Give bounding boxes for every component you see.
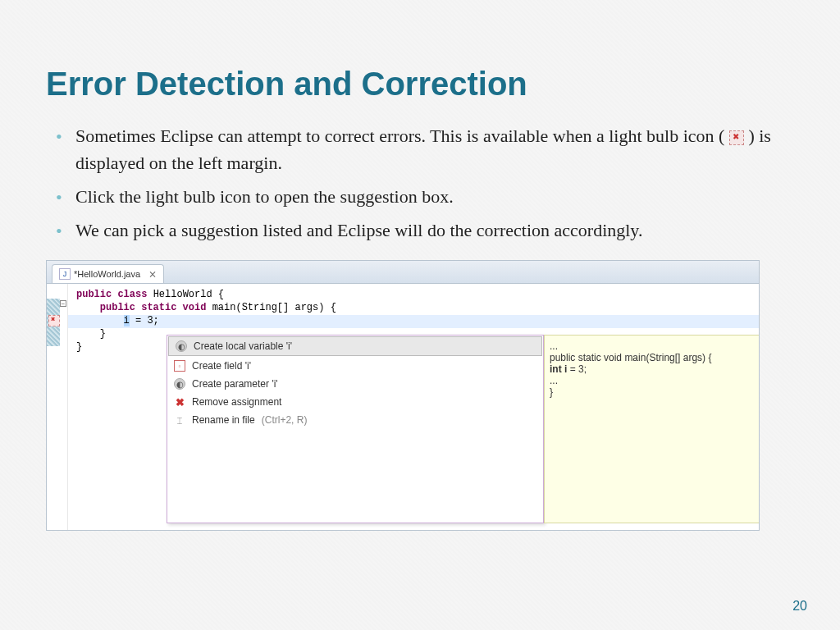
parameter-icon: ◐ bbox=[174, 378, 185, 390]
eclipse-editor: J *HelloWorld.java ⨯ − public class Hell… bbox=[46, 260, 760, 531]
field-icon: ▫ bbox=[174, 360, 185, 372]
quickfix-label: Create parameter 'i' bbox=[192, 378, 278, 390]
bullet-item: Sometimes Eclipse can attempt to correct… bbox=[75, 122, 794, 176]
quickfix-shortcut: (Ctrl+2, R) bbox=[262, 414, 308, 426]
editor-body: − public class HelloWorld { public stati… bbox=[47, 284, 759, 530]
quickfix-item[interactable]: ◐ Create parameter 'i' bbox=[167, 375, 543, 393]
bullet-item: Click the light bulb icon to open the su… bbox=[75, 183, 794, 210]
quickfix-label: Create local variable 'i' bbox=[194, 340, 292, 352]
quickfix-label: Rename in file bbox=[192, 414, 255, 426]
local-var-icon: ◐ bbox=[176, 340, 187, 352]
quickfix-label: Create field 'i' bbox=[192, 360, 251, 372]
bullet-list: Sometimes Eclipse can attempt to correct… bbox=[46, 122, 794, 244]
code-line: public class HelloWorld { bbox=[76, 289, 759, 302]
quickfix-preview: ... public static void main(String[] arg… bbox=[544, 335, 760, 523]
quickfix-label: Remove assignment bbox=[192, 396, 281, 408]
quickfix-item[interactable]: ⌶ Rename in file (Ctrl+2, R) bbox=[167, 411, 543, 429]
code-line-highlighted: i = 3; bbox=[68, 315, 760, 328]
editor-gutter: − bbox=[47, 284, 68, 530]
slide: Error Detection and Correction Sometimes… bbox=[0, 0, 840, 630]
editor-tabbar: J *HelloWorld.java ⨯ bbox=[47, 261, 759, 284]
code-area[interactable]: public class HelloWorld { public static … bbox=[68, 284, 759, 530]
java-file-icon: J bbox=[59, 268, 71, 280]
bullet-item: We can pick a suggestion listed and Ecli… bbox=[75, 217, 794, 244]
remove-icon: ✖ bbox=[174, 396, 185, 408]
tab-filename: *HelloWorld.java bbox=[74, 269, 140, 279]
bullet-text-pre: Sometimes Eclipse can attempt to correct… bbox=[75, 126, 729, 146]
quickfix-lightbulb-icon[interactable] bbox=[48, 315, 60, 326]
fold-collapse-icon[interactable]: − bbox=[60, 300, 66, 307]
page-number: 20 bbox=[792, 599, 807, 614]
lightbulb-icon bbox=[729, 130, 744, 145]
close-icon[interactable]: ⨯ bbox=[144, 268, 157, 280]
quickfix-item[interactable]: ▫ Create field 'i' bbox=[167, 357, 543, 375]
quickfix-item[interactable]: ◐ Create local variable 'i' bbox=[168, 336, 542, 356]
quickfix-item[interactable]: ✖ Remove assignment bbox=[167, 393, 543, 411]
quickfix-popup: ◐ Create local variable 'i' ▫ Create fie… bbox=[167, 335, 544, 523]
slide-title: Error Detection and Correction bbox=[46, 66, 794, 103]
editor-tab[interactable]: J *HelloWorld.java ⨯ bbox=[52, 264, 164, 283]
rename-icon: ⌶ bbox=[174, 414, 185, 426]
code-line: public static void main(String[] args) { bbox=[76, 302, 759, 315]
